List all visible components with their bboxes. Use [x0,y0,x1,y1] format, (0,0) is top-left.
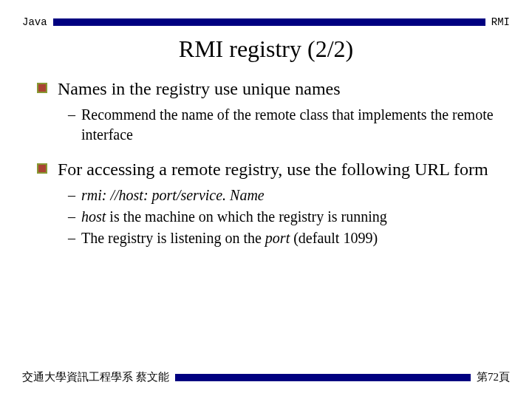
host-italic: host [81,208,106,225]
svg-rect-3 [38,165,46,172]
bullet-text: For accessing a remote registry, use the… [58,158,488,181]
sub-list: – rmi: //host: port/service. Name – host… [68,185,495,248]
port-suffix: (default 1099) [290,230,378,246]
slide-title: RMI registry (2/2) [0,35,532,63]
sub-item: – rmi: //host: port/service. Name [68,185,495,205]
footer-left-label: 交通大學資訊工程學系 蔡文能 [22,370,175,384]
bullet-item: Names in the registry use unique names [37,78,495,100]
sub-item: – host is the machine on which the regis… [68,207,495,227]
dash-icon: – [68,207,75,227]
sub-item: – Recommend the name of the remote class… [68,105,495,145]
port-prefix: The registry is listening on the [81,230,265,246]
footer: 交通大學資訊工程學系 蔡文能 第72頁 [0,370,532,384]
header-left-label: Java [22,16,53,28]
sub-text: Recommend the name of the remote class t… [81,105,495,145]
footer-bar [175,374,471,381]
sub-list: – Recommend the name of the remote class… [68,105,495,145]
bullet-item: For accessing a remote registry, use the… [37,158,495,181]
bullet-icon [37,83,47,93]
sub-text: host is the machine on which the registr… [81,207,387,227]
header-right-label: RMI [485,16,510,28]
bullet-text: Names in the registry use unique names [58,78,341,100]
host-rest: is the machine on which the registry is … [106,208,386,225]
footer-right-label: 第72頁 [471,370,510,384]
sub-item: – The registry is listening on the port … [68,228,495,248]
bullet-icon [37,163,47,174]
dash-icon: – [68,105,75,125]
sub-text: The registry is listening on the port (d… [81,228,378,248]
sub-text: rmi: //host: port/service. Name [81,185,265,205]
dash-icon: – [68,185,75,205]
header: Java RMI [0,0,532,28]
svg-rect-1 [38,84,46,92]
dash-icon: – [68,228,75,248]
port-italic: port [265,230,290,246]
header-bar [53,18,485,26]
content-area: Names in the registry use unique names –… [0,63,532,248]
